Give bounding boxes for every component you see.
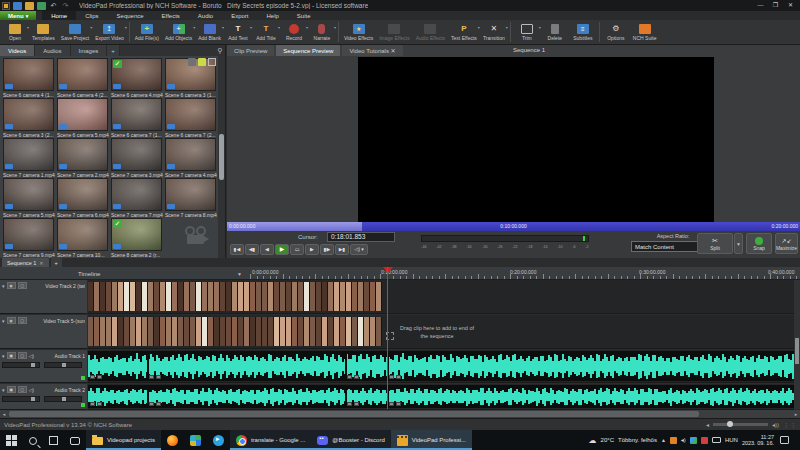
tray-red-icon[interactable] <box>701 437 708 444</box>
track-header-2[interactable]: ▾◉▢Video Track 5-(sun <box>0 315 87 349</box>
discord-taskbar-button[interactable]: @Booster - Discord <box>311 430 390 450</box>
security-shield-icon[interactable] <box>690 437 697 444</box>
clip-thumbnail[interactable] <box>3 218 54 251</box>
track-header-1[interactable]: ▾◉▢Video Track 2 (twi <box>0 280 87 314</box>
bin-scrollbar[interactable] <box>218 56 225 258</box>
record-button[interactable]: Record▾ <box>280 20 308 44</box>
templates-button[interactable]: Templates <box>29 20 58 44</box>
undo-icon[interactable]: ↶ <box>49 2 58 10</box>
maximize-button[interactable]: ❐ <box>768 0 783 11</box>
delete-button[interactable]: Delete <box>541 20 569 44</box>
save-project-button[interactable]: Save Project▾ <box>58 20 92 44</box>
timeline-zoom-slider[interactable] <box>713 423 768 426</box>
export-video-button[interactable]: Export Video▾ <box>92 20 127 44</box>
fade-handle-icon[interactable] <box>149 402 154 406</box>
menu-tab-effects[interactable]: Effects <box>153 11 189 20</box>
visibility-icon[interactable]: ◉ <box>7 282 16 289</box>
add-folder-icon[interactable] <box>198 58 206 66</box>
chat-taskbar-button[interactable] <box>64 430 86 450</box>
clip-thumbnail[interactable] <box>57 218 108 251</box>
telegram-taskbar-button[interactable] <box>207 430 230 450</box>
notifications-icon[interactable] <box>780 436 789 444</box>
video-effects-button[interactable]: Video Effects <box>341 20 376 44</box>
open-button[interactable]: Open▾ <box>1 20 29 44</box>
add-file-s--button[interactable]: Add File(s) <box>132 20 162 44</box>
clip-item[interactable]: Scene 7 camera 1.mp4 <box>3 138 56 178</box>
timeline-vscrollbar[interactable] <box>794 280 800 409</box>
filmstrip-clip[interactable] <box>88 317 383 346</box>
volume-slider[interactable] <box>2 396 40 402</box>
timeline-ruler[interactable]: Timeline ▼ 0:00:00.0000:10:00.0000:20:00… <box>0 267 800 280</box>
task-view-taskbar-button[interactable] <box>43 430 64 450</box>
play-reverse-button[interactable]: ◀ <box>260 244 274 255</box>
audio-waveform-clip[interactable] <box>88 385 794 408</box>
menu-tab-clips[interactable]: Clips <box>76 11 107 20</box>
stop-button[interactable]: ▭ <box>290 244 304 255</box>
fade-handle-icon[interactable] <box>396 402 401 406</box>
mute-icon[interactable]: ▣ <box>7 352 16 359</box>
speaker-icon[interactable]: ◂)) <box>772 421 779 428</box>
clip-item[interactable]: Scene 7 camera 8.mp4 <box>165 178 218 218</box>
search-icon[interactable]: ⚲ <box>215 45 225 56</box>
videopad-taskbar-button[interactable]: VideoPad Professi... <box>391 430 472 450</box>
play-button[interactable]: ▶ <box>275 244 289 255</box>
frame-forward-button[interactable]: ▮▶ <box>320 244 334 255</box>
trim-button[interactable]: Trim▾ <box>513 20 541 44</box>
language-indicator[interactable]: HUN <box>725 437 738 443</box>
clip-thumbnail[interactable] <box>57 178 108 211</box>
clip-thumbnail[interactable] <box>3 58 54 91</box>
volume-icon[interactable]: ◂) <box>681 437 686 444</box>
bin-tab-videos[interactable]: Videos <box>0 45 35 56</box>
fade-handle-icon[interactable] <box>389 375 394 379</box>
split-dropdown[interactable]: ▼ <box>734 233 743 254</box>
add-text-button[interactable]: Add Text▾ <box>224 20 252 44</box>
scroll-left-icon[interactable]: ◂ <box>0 410 8 418</box>
fade-handle-icon[interactable] <box>156 375 161 379</box>
pan-slider[interactable] <box>44 362 82 368</box>
zoom-out-icon[interactable]: ◂ <box>706 421 709 428</box>
play-forward-button[interactable]: ▶ <box>305 244 319 255</box>
fade-handle-icon[interactable] <box>97 402 102 406</box>
display-icon[interactable] <box>712 437 721 443</box>
preview-tab-sequence-preview[interactable]: Sequence Preview <box>276 45 340 56</box>
clip-item[interactable]: Scene 7 camera 2.mp4 <box>57 138 110 178</box>
clip-thumbnail[interactable] <box>57 138 108 171</box>
bin-tab-+[interactable]: + <box>107 45 120 56</box>
clock[interactable]: 11:27 2023. 09. 16. <box>742 434 774 446</box>
timeline-hscrollbar[interactable]: ◂ ▸ <box>0 410 800 418</box>
playhead-flag[interactable] <box>383 267 393 273</box>
fade-handle-icon[interactable] <box>90 375 95 379</box>
menu-tab-help[interactable]: Help <box>258 11 288 20</box>
video-viewport[interactable] <box>358 57 714 222</box>
clip-item[interactable]: Scene 7 camera 10... <box>57 218 110 258</box>
add-title-button[interactable]: Add Title▾ <box>252 20 280 44</box>
visibility-icon[interactable]: ◉ <box>7 317 16 324</box>
export-icon[interactable] <box>37 2 46 10</box>
clip-item[interactable]: Scene 6 camera 7 (2... <box>165 98 218 138</box>
chevron-down-icon[interactable]: ▾ <box>125 25 127 30</box>
new-sequence-tab[interactable]: + <box>51 258 62 267</box>
audio-waveform-clip[interactable] <box>88 351 794 381</box>
search-taskbar-button[interactable] <box>23 430 43 450</box>
add-blank-button[interactable]: Add Blank▾ <box>195 20 224 44</box>
clip-thumbnail[interactable] <box>165 98 216 131</box>
add-objects-button[interactable]: Add Objects▾ <box>162 20 195 44</box>
subtitles-button[interactable]: Subtitles <box>569 20 597 44</box>
clip-item[interactable]: Scene 7 camera 9.mp4 <box>3 218 56 258</box>
transition-button[interactable]: Transition▾ <box>480 20 508 44</box>
nch-suite-button[interactable]: NCH Suite <box>630 20 660 44</box>
snapshot-button[interactable]: Snap <box>746 233 772 254</box>
lock-icon[interactable]: ▢ <box>18 282 27 289</box>
text-effects-button[interactable]: Text Effects▾ <box>448 20 480 44</box>
clip-thumbnail[interactable] <box>111 138 162 171</box>
clip-thumbnail[interactable] <box>57 58 108 91</box>
clip-item[interactable]: Scene 7 camera 5.mp4 <box>3 178 56 218</box>
chevron-down-icon[interactable]: ▾ <box>2 318 5 324</box>
fade-handle-icon[interactable] <box>347 375 352 379</box>
weather-desc[interactable]: Többny. felhős <box>618 437 657 443</box>
volume-button[interactable]: ◁) ▾ <box>350 244 368 255</box>
firefox-taskbar-button[interactable] <box>161 430 184 450</box>
clip-thumbnail[interactable] <box>111 178 162 211</box>
menu-tab-export[interactable]: Export <box>222 11 257 20</box>
clip-item[interactable]: Scene 6 camera 3 (2... <box>3 98 56 138</box>
